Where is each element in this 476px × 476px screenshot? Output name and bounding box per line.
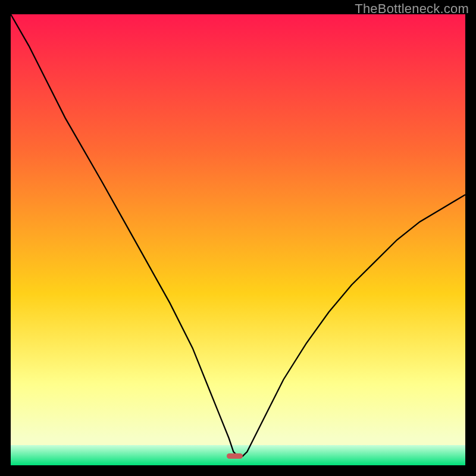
- chart-frame: TheBottleneck.com: [0, 0, 476, 476]
- optimum-marker: [227, 453, 243, 459]
- watermark-text: TheBottleneck.com: [355, 1, 469, 17]
- plot-area: [11, 14, 465, 465]
- bottleneck-curve: [11, 14, 465, 465]
